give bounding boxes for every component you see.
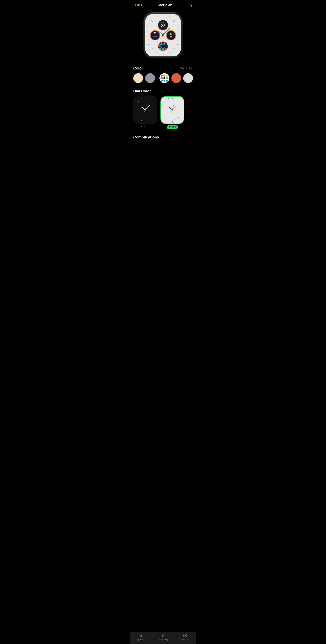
svg-point-69 bbox=[145, 110, 146, 110]
svg-text:23: 23 bbox=[161, 24, 165, 28]
header: ‹ Back Meridian bbox=[130, 0, 196, 9]
watch-face-inner: FRI 23 bbox=[145, 14, 181, 56]
color-current-value: Multicolor bbox=[180, 66, 193, 70]
color-section: Color Multicolor bbox=[130, 63, 196, 86]
svg-rect-101 bbox=[162, 635, 164, 636]
svg-text:72: 72 bbox=[153, 32, 156, 35]
mc-dot-9 bbox=[166, 80, 168, 82]
mc-dot-6 bbox=[166, 77, 168, 79]
dial-option-white[interactable]: WHITE bbox=[160, 96, 184, 129]
tab-face-gallery[interactable]: Face Gallery bbox=[156, 633, 170, 640]
swatch-red[interactable] bbox=[171, 73, 181, 83]
dial-color-section: Dial Color bbox=[130, 86, 196, 132]
mc-dot-3 bbox=[166, 74, 168, 76]
discover-icon bbox=[183, 633, 188, 638]
black-dial-face bbox=[133, 96, 157, 124]
color-section-header: Color Multicolor bbox=[133, 66, 193, 70]
watch-preview-container: FRI 23 bbox=[130, 9, 196, 63]
mc-dot-8 bbox=[163, 80, 165, 82]
svg-point-91 bbox=[172, 110, 173, 110]
face-gallery-icon bbox=[161, 633, 165, 638]
chevron-left-icon: ‹ bbox=[133, 3, 134, 7]
swatch-cream[interactable] bbox=[133, 73, 143, 83]
watch-tab-icon bbox=[138, 633, 143, 638]
share-button[interactable] bbox=[189, 3, 193, 7]
complications-section: Complications bbox=[130, 132, 196, 141]
complications-title: Complications bbox=[133, 135, 159, 139]
svg-point-47 bbox=[162, 34, 164, 36]
mc-dot-1 bbox=[161, 74, 163, 76]
face-gallery-tab-icon bbox=[161, 633, 165, 638]
mc-dot-4 bbox=[161, 77, 163, 79]
dial-black-watch bbox=[133, 96, 157, 124]
dial-white-label: WHITE bbox=[167, 126, 178, 129]
swatch-lightgray[interactable] bbox=[183, 73, 193, 83]
tab-bar: My Watch Face Gallery Discover bbox=[130, 632, 196, 644]
svg-point-31 bbox=[170, 36, 172, 38]
dial-white-watch bbox=[160, 96, 184, 124]
face-gallery-label: Face Gallery bbox=[158, 638, 168, 640]
svg-text:64 88: 64 88 bbox=[153, 36, 157, 37]
white-dial-face bbox=[161, 96, 184, 124]
watch-face-outer: FRI 23 bbox=[143, 12, 183, 58]
color-section-title: Color bbox=[133, 66, 143, 70]
dial-options-row: BLACK bbox=[133, 96, 193, 129]
my-watch-icon bbox=[138, 633, 143, 638]
page-title: Meridian bbox=[158, 3, 172, 7]
discover-tab-icon bbox=[183, 633, 188, 638]
my-watch-label: My Watch bbox=[137, 638, 145, 640]
dial-black-label: BLACK bbox=[141, 126, 149, 128]
color-swatches-row bbox=[133, 73, 193, 85]
watch-face-svg: FRI 23 bbox=[145, 14, 181, 56]
mc-dot-7 bbox=[161, 80, 163, 82]
share-icon bbox=[189, 3, 193, 7]
mc-dot-5 bbox=[163, 77, 165, 79]
back-label: Back bbox=[135, 3, 142, 7]
swatch-multicolor[interactable] bbox=[159, 73, 169, 83]
tab-discover[interactable]: Discover bbox=[178, 633, 192, 640]
dial-section-title: Dial Color bbox=[133, 89, 151, 93]
tab-my-watch[interactable]: My Watch bbox=[134, 633, 148, 640]
tab-bar-spacer bbox=[130, 141, 196, 154]
back-button[interactable]: ‹ Back bbox=[133, 3, 142, 7]
mc-dot-2 bbox=[163, 74, 165, 76]
swatch-divider bbox=[157, 74, 157, 82]
discover-label: Discover bbox=[182, 638, 189, 640]
swatch-gray[interactable] bbox=[145, 73, 155, 83]
dial-option-black[interactable]: BLACK bbox=[133, 96, 157, 129]
multicolor-grid bbox=[159, 73, 169, 83]
svg-text:6: 6 bbox=[170, 32, 172, 35]
